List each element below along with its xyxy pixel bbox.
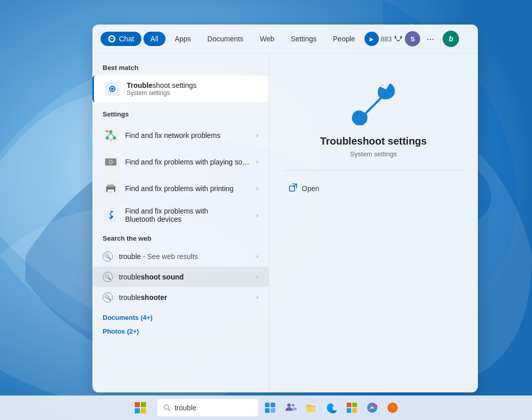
search-icon-2: 🔍	[103, 272, 113, 282]
web-troubleshooter-title: troubleshooter	[119, 293, 250, 301]
nav-bar: Chat All Apps Documents Web Settings Peo…	[92, 25, 478, 54]
printing-arrow: ›	[256, 185, 258, 192]
open-label: Open	[302, 184, 319, 193]
best-match-item-subtitle: System settings	[127, 89, 258, 97]
web-item-troubleshooter[interactable]: 🔍 troubleshooter ›	[92, 287, 269, 308]
sound-item-text: Find and fix problems with playing sound	[125, 158, 250, 166]
svg-line-28	[168, 409, 170, 410]
svg-point-13	[110, 161, 112, 163]
best-match-title: Best match	[92, 62, 269, 76]
tab-web[interactable]: Web	[253, 32, 282, 46]
tab-apps[interactable]: Apps	[167, 32, 198, 46]
svg-rect-32	[271, 408, 275, 413]
web-trouble-main: trouble	[119, 252, 141, 261]
web-troubleshooter-text: troubleshooter	[119, 293, 250, 301]
tab-people[interactable]: People	[326, 32, 362, 46]
svg-rect-16	[108, 184, 114, 187]
svg-rect-24	[141, 402, 146, 407]
left-pane: Best match Troubleshoot settings System …	[92, 54, 269, 392]
svg-point-5	[113, 136, 116, 139]
windows-logo	[135, 402, 146, 413]
web-trouble-text: trouble - See web results	[119, 252, 250, 261]
svg-rect-31	[265, 408, 270, 413]
settings-item-bluetooth[interactable]: Find and fix problems with Bluetooth dev…	[92, 202, 269, 228]
svg-rect-26	[141, 408, 146, 413]
play-button[interactable]: ▶	[365, 32, 379, 46]
edge-button[interactable]	[322, 399, 341, 417]
svg-point-4	[106, 136, 109, 139]
store-icon	[346, 402, 358, 414]
web-sound-arrow: ›	[256, 273, 258, 281]
web-trouble-arrow: ›	[256, 253, 258, 260]
svg-rect-9	[109, 139, 112, 141]
settings-item-sound[interactable]: Find and fix problems with playing sound…	[92, 149, 269, 175]
tab-all[interactable]: All	[143, 32, 166, 46]
more-button[interactable]: ···	[422, 31, 439, 47]
score-value: 883	[381, 35, 392, 43]
start-button[interactable]	[130, 398, 151, 418]
detail-divider	[284, 170, 463, 171]
best-match-item[interactable]: Troubleshoot settings System settings	[92, 76, 269, 102]
ts-bold: shoot sound	[141, 273, 184, 281]
settings-item-network[interactable]: Find and fix network problems ›	[92, 122, 269, 149]
s-button[interactable]: S	[405, 31, 420, 46]
chrome-button[interactable]	[363, 399, 381, 417]
sound-item-title: Find and fix problems with playing sound	[125, 158, 250, 166]
printing-item-title: Find and fix problems with printing	[125, 184, 250, 193]
file-explorer-icon	[305, 402, 317, 414]
tab-chat[interactable]: Chat	[101, 32, 141, 46]
svg-point-34	[292, 404, 295, 407]
tab-apps-label: Apps	[175, 35, 191, 43]
detail-wrench-icon	[348, 74, 399, 125]
ts-prefix: trouble	[119, 273, 141, 281]
teams-icon	[284, 402, 297, 414]
svg-rect-19	[109, 192, 112, 193]
search-icon-3: 🔍	[103, 292, 113, 302]
web-section-title: Search the web	[92, 232, 269, 246]
network-icon	[103, 127, 119, 144]
settings-item-printing[interactable]: Find and fix problems with printing ›	[92, 175, 269, 202]
right-pane: Troubleshoot settings System settings Op…	[269, 54, 478, 392]
taskbar-search-input[interactable]	[175, 404, 252, 412]
sound-icon	[103, 154, 119, 170]
network-item-text: Find and fix network problems	[125, 131, 250, 139]
bing-button[interactable]: b	[443, 31, 459, 47]
svg-point-3	[109, 130, 112, 133]
firefox-icon	[386, 402, 399, 414]
tab-settings[interactable]: Settings	[283, 32, 324, 46]
svg-rect-23	[135, 402, 140, 407]
firefox-button[interactable]	[383, 399, 402, 417]
task-view-button[interactable]	[261, 399, 279, 417]
bluetooth-icon	[103, 207, 119, 223]
tsr-bold: shooter	[141, 293, 167, 301]
microsoft-store-button[interactable]	[343, 399, 361, 417]
file-explorer-button[interactable]	[302, 399, 320, 417]
tab-documents[interactable]: Documents	[200, 32, 251, 46]
web-trouble-rest: - See web results	[143, 252, 198, 261]
tsr-prefix: trouble	[119, 293, 141, 301]
teams-button[interactable]	[281, 399, 300, 417]
best-match-item-title: Troubleshoot settings	[127, 81, 258, 89]
bluetooth-item-text: Find and fix problems with Bluetooth dev…	[125, 207, 250, 223]
bluetooth-arrow: ›	[256, 212, 258, 219]
svg-rect-25	[135, 408, 140, 413]
detail-title: Troubleshoot settings	[320, 135, 427, 147]
svg-rect-8	[106, 130, 109, 132]
documents-section[interactable]: Documents (4+)	[92, 312, 269, 325]
bluetooth-item-title: Find and fix problems with Bluetooth dev…	[125, 207, 250, 223]
taskbar-search[interactable]	[157, 399, 259, 417]
printing-icon	[103, 180, 119, 197]
tab-documents-label: Documents	[207, 35, 244, 43]
search-icon-1: 🔍	[103, 251, 113, 262]
web-item-troubleshoot-sound[interactable]: 🔍 troubleshoot sound ›	[92, 267, 269, 287]
open-action[interactable]: Open	[284, 179, 323, 198]
photos-section[interactable]: Photos (2+)	[92, 325, 269, 339]
tab-chat-label: Chat	[119, 35, 134, 43]
tab-all-label: All	[151, 35, 159, 43]
web-trouble-title: trouble - See web results	[119, 252, 250, 261]
web-troubleshoot-sound-text: troubleshoot sound	[119, 273, 250, 281]
web-item-trouble[interactable]: 🔍 trouble - See web results ›	[92, 246, 269, 267]
edge-icon	[325, 402, 337, 414]
printing-item-text: Find and fix problems with printing	[125, 184, 250, 193]
network-item-title: Find and fix network problems	[125, 131, 250, 139]
